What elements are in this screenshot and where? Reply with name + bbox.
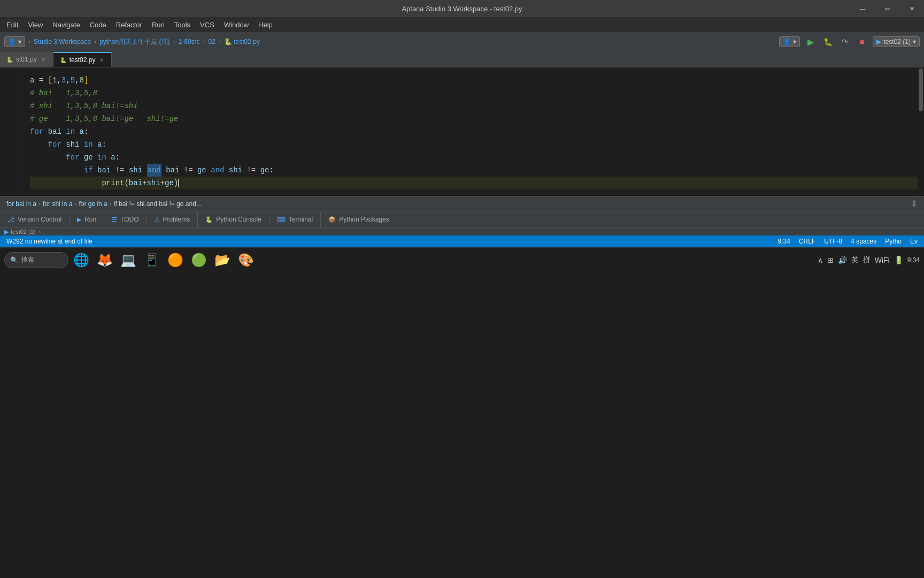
menu-view[interactable]: View [24,19,47,31]
status-indent[interactable]: 4 spaces [851,238,876,245]
bottom-tab-terminal[interactable]: ⌨ Terminal [270,212,321,227]
bottom-panel: ⎇ Version Control ▶ Run ☰ TODO ⚠ Problem… [0,211,924,235]
bottom-tab-problems-label: Problems [163,216,190,223]
bottom-tab-python-console[interactable]: 🐍 Python Console [198,212,270,227]
user-button[interactable]: 👤 ▾ [4,36,25,47]
menu-navigate[interactable]: Navigate [48,19,84,31]
maximize-button[interactable]: ▭ [875,0,899,17]
run-config[interactable]: ▶ test02 (1) ▾ [873,36,920,47]
tray-wifi-icon[interactable]: WiFi [875,256,890,264]
tab-icon-test02: 🐍 [60,57,66,63]
tray-lang-en[interactable]: 英 [851,255,859,265]
tray-volume-icon[interactable]: 🔊 [838,256,847,264]
stop-button[interactable]: ■ [856,35,868,48]
menu-help[interactable]: Help [254,19,277,31]
status-language[interactable]: Pytho [885,238,902,245]
gutter-line-5: ▽ [0,125,17,138]
breadcrumb-sep-2: › [173,38,175,45]
code-line-5: for bai in a : [30,125,918,138]
bottom-tab-version-control[interactable]: ⎇ Version Control [0,212,70,227]
breadcrumb-folder3[interactable]: 02 [209,38,215,45]
tray-lang-pin[interactable]: 拼 [863,255,871,265]
code-line-4: # ge 1,3,5,8 bai!=ge shi!=ge [30,112,918,125]
menu-window[interactable]: Window [220,19,253,31]
line-numbers-gutter: ▽ ▽ ▽ ▽ ▽ [0,67,21,196]
keyword-and-1: and [147,164,161,177]
menu-tools[interactable]: Tools [170,19,195,31]
menu-run[interactable]: Run [148,19,169,31]
taskbar-app-app2[interactable]: 🦊 [94,249,116,271]
bottom-tab-todo[interactable]: ☰ TODO [104,212,147,227]
subtab-label: test02 (1) [11,229,35,235]
taskbar-app-edge[interactable]: 🌐 [71,249,92,271]
run-button[interactable]: ▶ [804,35,817,48]
menu-code[interactable]: Code [86,19,111,31]
app5-icon: 🟠 [167,253,183,268]
bottom-tab-python-packages-label: Python Packages [339,216,389,223]
step-over-button[interactable]: ↷ [838,35,851,48]
tray-up-icon[interactable]: ∧ [818,256,823,264]
code-area[interactable]: a = [ 1 , 3 , 5 , 8 ] # bai 1,3,5,8 # sh… [21,67,918,196]
bottom-tab-run[interactable]: ▶ Run [70,212,104,227]
status-encoding[interactable]: UTF-8 [824,238,842,245]
subtab-close[interactable]: × [37,229,40,234]
run-icon: ▶ [876,38,881,45]
menu-edit[interactable]: Edit [2,19,22,31]
taskbar-app-app5[interactable]: 🟠 [165,249,186,271]
bottom-tab-problems[interactable]: ⚠ Problems [147,212,198,227]
todo-tab-icon: ☰ [112,216,117,223]
editor-main[interactable]: ▽ ▽ ▽ ▽ ▽ a = [ 1 , 3 , 5 , 8 [0,67,924,196]
tray-keyboard-icon[interactable]: ⊞ [827,256,834,264]
breadcrumb-status-item-1[interactable]: for bai in a [6,200,36,208]
breadcrumb-folder2[interactable]: 1-80src [179,38,200,45]
keyword-and-2: and [211,164,224,177]
taskbar-app-app6[interactable]: 🟢 [188,249,210,271]
bottom-subtab-test02[interactable]: ▶ test02 (1) × [4,229,41,235]
scrollbar-thumb[interactable] [919,69,923,111]
status-position[interactable]: 9:34 [778,238,790,245]
status-line-ending[interactable]: CRLF [799,238,815,245]
gutter-line-3 [0,100,17,112]
breadcrumb-sep-0: › [28,38,30,45]
gutter-line-4 [0,112,17,125]
terminal-icon: ⌨ [277,216,286,223]
breadcrumb-workspace[interactable]: Studio 3 Workspace [34,38,91,45]
taskbar-app-app8[interactable]: 🎨 [235,249,257,271]
minimize-button[interactable]: — [850,0,875,17]
taskbar-app-app4[interactable]: 📱 [141,249,163,271]
problems-tab-icon: ⚠ [155,216,160,223]
chevron-down-icon: ▾ [18,38,21,45]
profile-icon: 👤 [783,38,791,45]
window-controls[interactable]: — ▭ ✕ [850,0,924,17]
taskbar-search-label: 搜索 [21,255,34,264]
app3-icon: 💻 [120,253,136,268]
run-config-chevron: ▾ [913,38,916,45]
user-profile-button[interactable]: 👤 ▾ [779,36,800,47]
gutter-line-6: ▽ [0,138,17,151]
resize-handle[interactable]: ⇕ [911,199,918,209]
breadcrumb-file[interactable]: 🐍 test02.py [224,38,260,45]
taskbar-search[interactable]: 🔍 搜索 [4,252,68,268]
toolbar: 👤 ▾ › Studio 3 Workspace › python周天上午十点 … [0,32,924,51]
bottom-tab-python-packages[interactable]: 📦 Python Packages [321,212,397,227]
menu-refactor[interactable]: Refactor [112,19,147,31]
tab-st01[interactable]: 🐍 st01.py ✕ [0,52,53,67]
tab-test02[interactable]: 🐍 test02.py ✕ [53,52,112,67]
taskbar-app-app3[interactable]: 💻 [118,249,139,271]
breadcrumb-sep-4: › [219,38,221,45]
editor-scrollbar[interactable] [918,67,924,196]
tray-battery-icon[interactable]: 🔋 [894,256,903,264]
debug-button[interactable]: 🐛 [821,35,834,48]
tab-close-st01[interactable]: ✕ [40,56,47,63]
menu-vcs[interactable]: VCS [196,19,219,31]
breadcrumb-status-item-3[interactable]: for ge in a [79,200,107,208]
breadcrumb-status-item-2[interactable]: for shi in a [43,200,72,208]
breadcrumb-folder1[interactable]: python周天上午十点 (周) [99,37,170,47]
taskbar-app-app7[interactable]: 📂 [212,249,233,271]
close-button[interactable]: ✕ [899,0,924,17]
status-right: 9:34 CRLF UTF-8 4 spaces Pytho Ev [778,238,918,245]
code-line-9: print ( bai + shi + ge ) [30,177,918,189]
python-console-icon: 🐍 [205,216,213,223]
tab-close-test02[interactable]: ✕ [98,57,105,64]
breadcrumb-status-sep-1: › [38,200,41,208]
